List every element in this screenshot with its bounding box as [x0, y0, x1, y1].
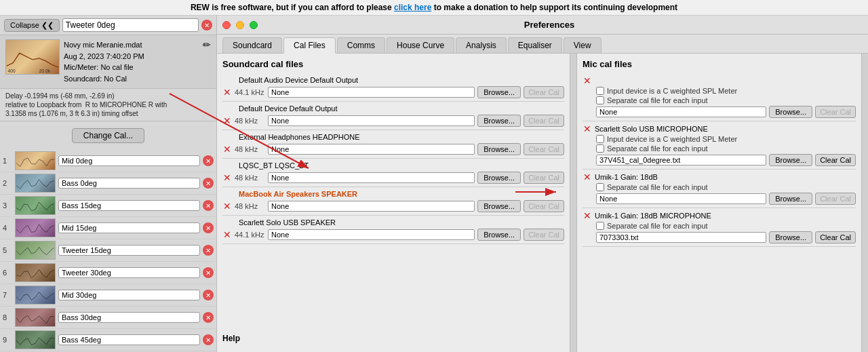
list-item[interactable]: 2 ✕ — [0, 172, 216, 195]
c-weighted-checkbox[interactable] — [596, 87, 604, 95]
cal-file-input[interactable] — [268, 115, 475, 126]
mic-scrollbar[interactable] — [861, 54, 868, 352]
cal-file-input[interactable] — [268, 87, 475, 98]
list-item[interactable]: 3 ✕ — [0, 195, 216, 217]
clear-cal-button[interactable]: Clear Cal — [524, 200, 564, 212]
remove-item-button[interactable]: ✕ — [203, 222, 214, 233]
maximize-window-button[interactable] — [250, 21, 258, 29]
list-item[interactable]: 9 ✕ — [0, 329, 216, 351]
collapse-button[interactable]: Collapse ❮❮ — [4, 19, 60, 32]
clear-cal-button[interactable]: Clear Cal — [815, 154, 856, 166]
tab-analysis[interactable]: Analysis — [456, 37, 507, 53]
donate-link[interactable]: click here — [394, 3, 431, 12]
remove-item-button[interactable]: ✕ — [203, 178, 214, 189]
remove-measurement-button[interactable]: ✕ — [201, 20, 212, 31]
remove-item-button[interactable]: ✕ — [203, 245, 214, 256]
browse-button[interactable]: Browse... — [477, 200, 521, 212]
measurement-name-field[interactable] — [58, 178, 200, 189]
cal-file-input[interactable] — [268, 229, 475, 240]
measurement-name-field[interactable] — [58, 312, 200, 323]
browse-button[interactable]: Browse... — [477, 229, 521, 241]
clear-x-button[interactable]: ✕ — [222, 144, 232, 154]
minimize-window-button[interactable] — [236, 21, 244, 29]
clear-cal-button[interactable]: Clear Cal — [524, 115, 564, 127]
measurement-number: 3 — [3, 201, 12, 210]
measurement-name-input[interactable] — [62, 18, 199, 32]
clear-cal-button[interactable]: Clear Cal — [524, 229, 564, 241]
cal-file-input[interactable] — [268, 201, 475, 212]
clear-x-button[interactable]: ✕ — [583, 124, 592, 134]
close-window-button[interactable] — [222, 21, 231, 29]
device-name: Scarlett Solo USB SPEAKER — [222, 218, 564, 227]
list-item[interactable]: 4 ✕ — [0, 217, 216, 239]
list-item[interactable]: 5 ✕ — [0, 239, 216, 262]
list-item[interactable]: 8 ✕ — [0, 307, 216, 329]
cal-file-input[interactable] — [268, 172, 475, 183]
list-item[interactable]: 1 ✕ — [0, 150, 216, 172]
tab-cal-files[interactable]: Cal Files — [283, 37, 336, 54]
remove-item-button[interactable]: ✕ — [203, 290, 214, 300]
browse-button[interactable]: Browse... — [477, 86, 521, 98]
clear-cal-button[interactable]: Clear Cal — [524, 86, 564, 98]
separate-cal-checkbox[interactable] — [596, 96, 604, 104]
remove-item-button[interactable]: ✕ — [203, 267, 214, 278]
browse-button[interactable]: Browse... — [477, 143, 521, 155]
edit-icon[interactable]: ✏ — [203, 39, 211, 50]
browse-button[interactable]: Browse... — [477, 115, 521, 127]
clear-x-button[interactable]: ✕ — [222, 201, 232, 211]
clear-x-button[interactable]: ✕ — [222, 116, 232, 125]
clear-cal-button[interactable]: Clear Cal — [815, 231, 856, 243]
separate-cal-checkbox[interactable] — [596, 144, 604, 153]
measurement-name-field[interactable] — [58, 155, 200, 166]
list-item[interactable]: 7 ✕ — [0, 284, 216, 307]
clear-x-button[interactable]: ✕ — [583, 76, 592, 85]
clear-x-button[interactable]: ✕ — [222, 87, 232, 97]
measurement-name-field[interactable] — [58, 200, 200, 211]
soundcard-scrollbar[interactable] — [570, 54, 576, 352]
separate-cal-checkbox[interactable] — [596, 183, 604, 191]
clear-cal-button[interactable]: Clear Cal — [524, 172, 564, 184]
tab-view[interactable]: View — [564, 37, 601, 53]
measurement-name-field[interactable] — [58, 290, 200, 300]
remove-item-button[interactable]: ✕ — [203, 312, 214, 323]
cal-input-row: ✕ 48 kHz Browse... Clear Cal — [222, 115, 564, 127]
mic-file-input[interactable] — [596, 106, 766, 117]
tab-house-curve[interactable]: House Curve — [387, 37, 454, 53]
remove-item-button[interactable]: ✕ — [203, 155, 214, 166]
mini-plot — [15, 218, 56, 237]
mic-file-input[interactable] — [596, 155, 766, 165]
tab-soundcard[interactable]: Soundcard — [222, 37, 282, 53]
clear-x-button[interactable]: ✕ — [222, 230, 232, 239]
measurement-name-field[interactable] — [58, 245, 200, 256]
soundcard-cal-section: Soundcard cal files Default Audio Device… — [217, 54, 570, 352]
change-cal-button[interactable]: Change Cal... — [72, 128, 144, 143]
separate-cal-checkbox[interactable] — [596, 222, 604, 230]
browse-button[interactable]: Browse... — [769, 193, 812, 205]
browse-button[interactable]: Browse... — [769, 106, 812, 118]
browse-button[interactable]: Browse... — [477, 172, 521, 184]
clear-x-button[interactable]: ✕ — [222, 173, 232, 182]
browse-button[interactable]: Browse... — [769, 231, 812, 243]
soundcard-device-row: External Headphones HEADPHONE ✕ 48 kHz B… — [222, 130, 564, 159]
remove-item-button[interactable]: ✕ — [203, 334, 214, 345]
clear-x-button[interactable]: ✕ — [583, 172, 592, 182]
list-item[interactable]: 6 ✕ — [0, 262, 216, 284]
mic-file-input[interactable] — [596, 232, 766, 243]
clear-cal-button[interactable]: Clear Cal — [815, 193, 856, 205]
clear-cal-button[interactable]: Clear Cal — [815, 106, 856, 118]
c-weighted-checkbox[interactable] — [596, 135, 604, 143]
mic-file-input[interactable] — [596, 193, 766, 204]
browse-button[interactable]: Browse... — [769, 154, 812, 166]
cal-file-input[interactable] — [268, 144, 475, 155]
tab-comms[interactable]: Comms — [337, 37, 385, 53]
measurement-name-field[interactable] — [58, 222, 200, 233]
remove-item-button[interactable]: ✕ — [203, 200, 214, 211]
clear-x-button[interactable]: ✕ — [583, 211, 592, 220]
measurement-name-field[interactable] — [58, 334, 200, 345]
tab-equaliser[interactable]: Equaliser — [508, 37, 562, 53]
measurement-name-field[interactable] — [58, 267, 200, 278]
device-name: External Headphones HEADPHONE — [222, 133, 564, 141]
sidebar-top: Collapse ❮❮ ✕ — [0, 16, 216, 35]
freq-label: 48 kHz — [235, 174, 265, 182]
clear-cal-button[interactable]: Clear Cal — [524, 143, 564, 155]
